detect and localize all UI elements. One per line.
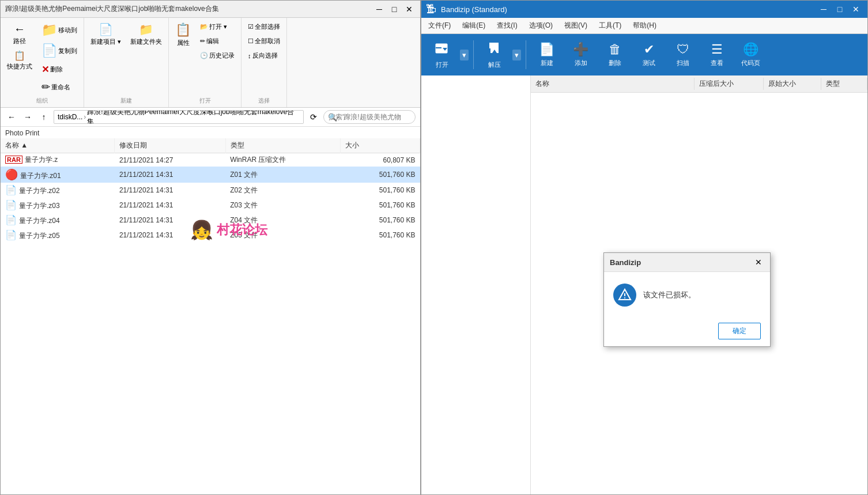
bz-extract-button[interactable]: 解压 (478, 37, 510, 72)
file-name: 📄量子力学.z04 (1, 213, 115, 228)
history-icon: 🕒 (200, 52, 208, 59)
file-date: 21/11/2021 14:31 (115, 198, 225, 213)
file-name: 🔴量子力学.z01 (1, 167, 115, 183)
bz-extract-label: 解压 (488, 61, 501, 69)
forward-button[interactable]: → (21, 111, 34, 123)
menu-options[interactable]: 选项(O) (527, 20, 555, 32)
copyto-button[interactable]: 📄 复制到 (37, 41, 81, 61)
table-row[interactable]: RAR量子力学.z 21/11/2021 14:27 WinRAR 压缩文件 6… (1, 153, 420, 167)
new-folder-icon: 📁 (139, 22, 153, 36)
bz-extract-icon (487, 40, 502, 59)
breadcrumb[interactable]: tdiskD... › 蹿浪!超级美艳尤物Peemaimei大尺度深喉口job啪… (54, 110, 304, 124)
deselect-all-button[interactable]: ☐ 全部取消 (244, 35, 284, 48)
dialog-body: 该文件已损坏。 (604, 272, 770, 318)
history-button[interactable]: 🕒 历史记录 (196, 49, 239, 62)
deselect-all-icon: ☐ (248, 37, 254, 45)
table-row[interactable]: 📄量子力学.z02 21/11/2021 14:31 Z02 文件 501,76… (1, 183, 420, 198)
bz-view-button[interactable]: ☰ 查看 (701, 39, 733, 70)
menu-find[interactable]: 查找(I) (495, 20, 519, 32)
select-all-button[interactable]: ☑ 全部选择 (244, 20, 284, 33)
col-header-size[interactable]: 大小 (340, 138, 420, 153)
menu-help[interactable]: 帮助(H) (631, 20, 659, 32)
toolbar-sep1 (473, 40, 474, 69)
bz-codepage-icon: 🌐 (743, 42, 758, 57)
table-row[interactable]: 📄量子力学.z03 21/11/2021 14:31 Z03 文件 501,76… (1, 198, 420, 213)
bz-open-dropdown[interactable]: ▾ (460, 50, 469, 61)
bz-extract-dropdown-btn[interactable]: ▾ (512, 50, 521, 61)
table-row[interactable]: 📄量子力学.z04 21/11/2021 14:31 Z04 文件 501,76… (1, 213, 420, 228)
dialog-close-button[interactable]: ✕ (753, 256, 764, 268)
dialog-ok-button[interactable]: 确定 (718, 323, 761, 339)
col-header-date[interactable]: 修改日期 (115, 138, 225, 153)
deselect-all-label: 全部取消 (255, 37, 280, 46)
rename-button[interactable]: ✏ 重命名 (37, 78, 81, 96)
minimize-button[interactable]: ─ (373, 3, 386, 16)
svg-rect-3 (489, 43, 494, 48)
select-all-icon: ☑ (248, 23, 254, 31)
ribbon-sections: ← 路径 📋 快捷方式 📁 移动到 (1, 18, 420, 107)
ribbon-buttons-open: 📋 属性 📂 打开 ▾ ✏ 编辑 🕒 (171, 20, 239, 96)
bz-extract-dropdown[interactable]: ▾ (512, 50, 521, 61)
menu-view[interactable]: 视图(V) (562, 20, 590, 32)
svg-point-8 (624, 297, 625, 298)
path-button[interactable]: ← 路径 (8, 20, 31, 48)
file-name: RAR量子力学.z (1, 153, 115, 167)
table-row[interactable]: 🔴量子力学.z01 21/11/2021 14:31 Z01 文件 501,76… (1, 167, 420, 183)
bandizip-menu: 文件(F) 编辑(E) 查找(I) 选项(O) 视图(V) 工具(T) 帮助(H… (421, 18, 867, 34)
invert-select-button[interactable]: ↕ 反向选择 (244, 49, 284, 62)
menu-file[interactable]: 文件(F) (426, 20, 453, 32)
toolbar-sep2 (526, 40, 526, 69)
search-input[interactable] (323, 110, 416, 124)
bz-col-compressed[interactable]: 压缩后大小 (695, 78, 764, 90)
up-button[interactable]: ↑ (37, 111, 50, 123)
bz-open-label: 打开 (436, 61, 448, 69)
file-date: 21/11/2021 14:31 (115, 228, 225, 243)
photo-print-label: Photo Print (1, 127, 420, 138)
file-date: 21/11/2021 14:27 (115, 153, 225, 167)
file-type: Z04 文件 (225, 213, 340, 228)
file-size: 501,760 KB (340, 198, 420, 213)
bz-codepage-button[interactable]: 🌐 代码页 (735, 39, 767, 70)
menu-edit[interactable]: 编辑(E) (460, 20, 488, 32)
bz-open-dropdown-btn[interactable]: ▾ (460, 50, 469, 61)
bandizip-dialog: Bandizip ✕ 该文件已损坏。 确定 (603, 252, 771, 347)
shortcut-button[interactable]: 📋 快捷方式 (3, 48, 36, 73)
bz-col-name[interactable]: 名称 (531, 78, 695, 90)
moveto-button[interactable]: 📁 移动到 (37, 20, 81, 40)
refresh-button[interactable]: ⟳ (307, 111, 320, 123)
bz-scan-button[interactable]: 🛡 扫描 (667, 39, 699, 70)
new-label: 新建 (86, 96, 166, 105)
open-button[interactable]: 📂 打开 ▾ (196, 20, 239, 33)
new-item-button[interactable]: 📄 新建项目 ▾ (86, 20, 125, 96)
bz-test-button[interactable]: ✔ 测试 (633, 39, 665, 70)
dialog-icon (613, 284, 636, 307)
bz-new-button[interactable]: 📄 新建 (531, 39, 563, 70)
properties-button[interactable]: 📋 属性 (171, 20, 195, 96)
maximize-button[interactable]: □ (388, 3, 401, 16)
bz-minimize-button[interactable]: ─ (817, 3, 831, 15)
menu-tools[interactable]: 工具(T) (597, 20, 624, 32)
bz-maximize-button[interactable]: □ (833, 3, 847, 15)
rename-icon: ✏ (41, 81, 50, 93)
back-button[interactable]: ← (5, 111, 18, 123)
bz-delete-button[interactable]: 🗑 删除 (599, 39, 631, 70)
file-name: 📄量子力学.z02 (1, 183, 115, 198)
bz-close-button[interactable]: ✕ (849, 3, 863, 15)
bz-col-type[interactable]: 类型 (821, 78, 867, 90)
col-header-type[interactable]: 类型 (225, 138, 340, 153)
bz-open-button[interactable]: 打开 (426, 37, 458, 72)
path-icon: ← (14, 22, 25, 36)
edit-button[interactable]: ✏ 编辑 (196, 35, 239, 48)
bz-add-button[interactable]: ➕ 添加 (565, 39, 597, 70)
bz-scan-icon: 🛡 (677, 42, 689, 57)
close-button[interactable]: ✕ (403, 3, 416, 16)
bandizip-titlebar: 🗜 Bandizip (Standard) ─ □ ✕ (421, 1, 867, 18)
table-row[interactable]: 📄量子力学.z05 21/11/2021 14:31 Z05 文件 501,76… (1, 228, 420, 243)
new-item-label: 新建项目 ▾ (90, 37, 121, 46)
history-label: 历史记录 (209, 51, 235, 60)
bz-col-original[interactable]: 原始大小 (764, 78, 821, 90)
new-folder-button[interactable]: 📁 新建文件夹 (126, 20, 166, 96)
col-header-name[interactable]: 名称 ▲ (1, 138, 115, 153)
rename-label: 重命名 (51, 83, 70, 92)
delete-button[interactable]: ✕ 删除 (37, 62, 81, 77)
